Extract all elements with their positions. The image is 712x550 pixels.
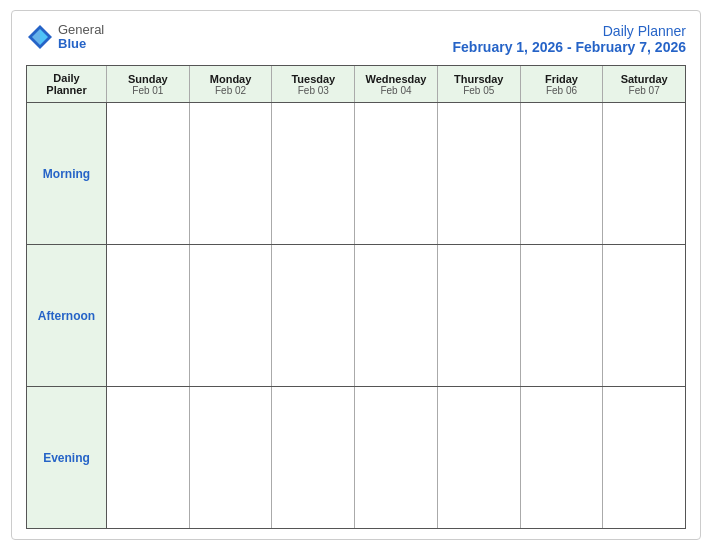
cell-afternoon-tue[interactable] bbox=[272, 245, 355, 386]
cell-afternoon-sun[interactable] bbox=[107, 245, 190, 386]
header-cell-sat: Saturday Feb 07 bbox=[603, 66, 685, 102]
header-sun-name: Sunday bbox=[128, 73, 168, 85]
header-wed-date: Feb 04 bbox=[380, 85, 411, 96]
header-fri-date: Feb 06 bbox=[546, 85, 577, 96]
header-cell-fri: Friday Feb 06 bbox=[521, 66, 604, 102]
header-fri-name: Friday bbox=[545, 73, 578, 85]
header-sun-date: Feb 01 bbox=[132, 85, 163, 96]
header-mon-date: Feb 02 bbox=[215, 85, 246, 96]
label-morning: Morning bbox=[27, 103, 107, 244]
logo-text: General Blue bbox=[58, 23, 104, 52]
logo: General Blue bbox=[26, 23, 104, 52]
logo-general: General bbox=[58, 23, 104, 37]
header-sat-name: Saturday bbox=[621, 73, 668, 85]
cell-evening-sat[interactable] bbox=[603, 387, 685, 528]
row-evening: Evening bbox=[27, 387, 685, 528]
cell-morning-sat[interactable] bbox=[603, 103, 685, 244]
header-tue-name: Tuesday bbox=[291, 73, 335, 85]
planner-title: Daily Planner bbox=[453, 23, 686, 39]
afternoon-label: Afternoon bbox=[38, 309, 95, 323]
calendar-grid: Daily Planner Sunday Feb 01 Monday Feb 0… bbox=[26, 65, 686, 529]
header: General Blue Daily Planner February 1, 2… bbox=[26, 23, 686, 55]
header-cell-mon: Monday Feb 02 bbox=[190, 66, 273, 102]
row-morning: Morning bbox=[27, 103, 685, 245]
header-sat-date: Feb 07 bbox=[629, 85, 660, 96]
cell-morning-thu[interactable] bbox=[438, 103, 521, 244]
planner-dates: February 1, 2026 - February 7, 2026 bbox=[453, 39, 686, 55]
planner-page: General Blue Daily Planner February 1, 2… bbox=[11, 10, 701, 540]
cell-evening-fri[interactable] bbox=[521, 387, 604, 528]
cell-afternoon-wed[interactable] bbox=[355, 245, 438, 386]
header-wed-name: Wednesday bbox=[366, 73, 427, 85]
cell-evening-tue[interactable] bbox=[272, 387, 355, 528]
header-cell-tue: Tuesday Feb 03 bbox=[272, 66, 355, 102]
morning-label: Morning bbox=[43, 167, 90, 181]
row-afternoon: Afternoon bbox=[27, 245, 685, 387]
header-tue-date: Feb 03 bbox=[298, 85, 329, 96]
label-evening: Evening bbox=[27, 387, 107, 528]
logo-icon bbox=[26, 23, 54, 51]
header-cell-thu: Thursday Feb 05 bbox=[438, 66, 521, 102]
cell-afternoon-sat[interactable] bbox=[603, 245, 685, 386]
cell-evening-wed[interactable] bbox=[355, 387, 438, 528]
calendar-header-row: Daily Planner Sunday Feb 01 Monday Feb 0… bbox=[27, 66, 685, 103]
header-cell-wed: Wednesday Feb 04 bbox=[355, 66, 438, 102]
cell-evening-sun[interactable] bbox=[107, 387, 190, 528]
logo-blue: Blue bbox=[58, 37, 104, 51]
header-label-planner: Planner bbox=[46, 84, 86, 96]
cell-morning-wed[interactable] bbox=[355, 103, 438, 244]
cell-evening-mon[interactable] bbox=[190, 387, 273, 528]
cell-afternoon-thu[interactable] bbox=[438, 245, 521, 386]
header-cell-label: Daily Planner bbox=[27, 66, 107, 102]
header-right: Daily Planner February 1, 2026 - Februar… bbox=[453, 23, 686, 55]
header-thu-date: Feb 05 bbox=[463, 85, 494, 96]
cell-morning-tue[interactable] bbox=[272, 103, 355, 244]
cell-morning-mon[interactable] bbox=[190, 103, 273, 244]
header-label-day: Daily bbox=[53, 72, 79, 84]
cell-morning-sun[interactable] bbox=[107, 103, 190, 244]
cell-afternoon-fri[interactable] bbox=[521, 245, 604, 386]
evening-label: Evening bbox=[43, 451, 90, 465]
cell-afternoon-mon[interactable] bbox=[190, 245, 273, 386]
label-afternoon: Afternoon bbox=[27, 245, 107, 386]
calendar-body: Morning Afternoon bbox=[27, 103, 685, 528]
header-mon-name: Monday bbox=[210, 73, 252, 85]
header-thu-name: Thursday bbox=[454, 73, 504, 85]
header-cell-sun: Sunday Feb 01 bbox=[107, 66, 190, 102]
cell-evening-thu[interactable] bbox=[438, 387, 521, 528]
cell-morning-fri[interactable] bbox=[521, 103, 604, 244]
